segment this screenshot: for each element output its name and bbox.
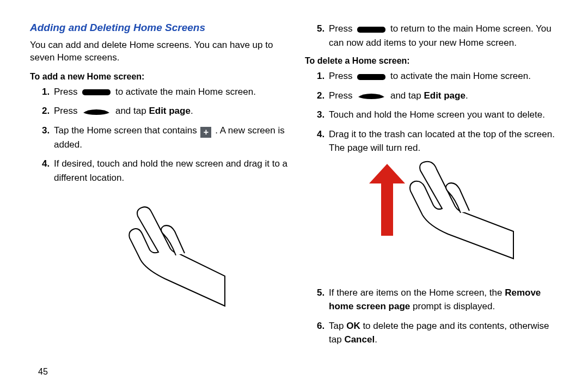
step-text: to activate the main Home screen. xyxy=(390,71,531,81)
drag-hand-illustration xyxy=(353,161,516,270)
delete-step-5: 5. If there are items on the Home screen… xyxy=(317,286,564,314)
delete-steps-cont: 5. If there are items on the Home screen… xyxy=(305,286,564,347)
home-button-icon xyxy=(82,89,111,95)
delete-step-1: 1. Press to activate the main Home scree… xyxy=(317,69,564,83)
add-steps: 1. Press to activate the main Home scree… xyxy=(30,85,289,185)
section-title: Adding and Deleting Home Screens xyxy=(30,22,289,34)
add-step-4: 4. If desired, touch and hold the new sc… xyxy=(42,157,289,185)
tap-hand-illustration xyxy=(89,200,230,309)
plus-tile-icon: + xyxy=(200,127,211,138)
step-text: and tap xyxy=(115,106,146,116)
step-text: Press xyxy=(329,90,352,101)
delete-step-4: 4. Drag it to the trash can located at t… xyxy=(317,127,564,155)
step-text: If there are items on the Home screen, t… xyxy=(329,287,502,298)
step-text: prompt is displayed. xyxy=(413,301,495,311)
delete-steps: 1. Press to activate the main Home scree… xyxy=(305,69,564,155)
step-text: Drag it to the trash can located at the … xyxy=(329,129,555,154)
delete-subheading: To delete a Home screen: xyxy=(305,56,564,66)
step-text: Press xyxy=(54,87,77,97)
page-number: 45 xyxy=(38,367,48,377)
delete-step-3: 3. Touch and hold the Home screen you wa… xyxy=(317,108,564,122)
step-text: Press xyxy=(329,23,352,34)
step-text: to activate the main Home screen. xyxy=(115,87,256,97)
menu-button-icon xyxy=(357,93,385,100)
add-step-1: 1. Press to activate the main Home scree… xyxy=(42,85,289,99)
edit-page-label: Edit page xyxy=(149,106,191,116)
step-text: and tap xyxy=(390,90,421,101)
step-text: Tap xyxy=(329,321,344,331)
add-step-5: 5. Press to return to the main Home scre… xyxy=(317,22,564,50)
delete-step-2: 2. Press and tap Edit page. xyxy=(317,89,564,103)
home-button-icon xyxy=(357,27,385,33)
add-subheading: To add a new Home screen: xyxy=(30,72,289,82)
step-text: Press xyxy=(54,106,77,116)
svg-marker-1 xyxy=(369,164,405,183)
delete-step-6: 6. Tap OK to delete the page and its con… xyxy=(317,319,564,347)
add-step-2: 2. Press and tap Edit page. xyxy=(42,104,289,118)
home-button-icon xyxy=(357,74,385,80)
cancel-label: Cancel xyxy=(344,334,375,345)
step-text: If desired, touch and hold the new scree… xyxy=(54,158,287,183)
add-steps-cont: 5. Press to return to the main Home scre… xyxy=(305,22,564,50)
add-step-3: 3. Tap the Home screen that contains + .… xyxy=(42,124,289,152)
edit-page-label: Edit page xyxy=(424,90,465,101)
svg-rect-0 xyxy=(381,181,393,236)
right-column: 5. Press to return to the main Home scre… xyxy=(305,22,564,352)
intro-text: You can add and delete Home screens. You… xyxy=(30,39,289,64)
step-text: Tap the Home screen that contains xyxy=(54,125,197,136)
ok-label: OK xyxy=(346,321,360,331)
left-column: Adding and Deleting Home Screens You can… xyxy=(30,22,289,352)
menu-button-icon xyxy=(82,108,111,116)
step-text: Touch and hold the Home screen you want … xyxy=(329,109,545,120)
step-text: Press xyxy=(329,71,352,81)
